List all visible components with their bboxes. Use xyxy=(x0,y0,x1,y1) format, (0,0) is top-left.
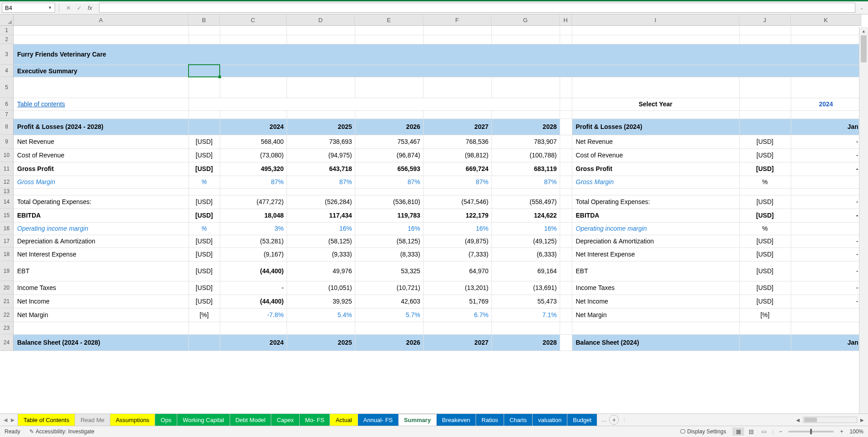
row-unit: % xyxy=(189,176,220,188)
tab-capex[interactable]: Capex xyxy=(271,414,300,426)
hscroll-right-icon[interactable]: ▶ xyxy=(858,418,866,423)
confirm-icon[interactable]: ✓ xyxy=(74,5,85,11)
view-page-break-button[interactable]: ▭ xyxy=(758,428,769,436)
row-header-14[interactable]: 14 xyxy=(0,195,13,209)
tab-mo--fs[interactable]: Mo- FS xyxy=(299,414,330,426)
select-year-value[interactable]: 2024 xyxy=(791,98,861,110)
tabs-ellipsis-icon[interactable]: … xyxy=(601,417,606,423)
row-val: 16% xyxy=(287,222,355,235)
zoom-level[interactable]: 100% xyxy=(849,428,863,435)
zoom-in-button[interactable]: + xyxy=(837,428,846,435)
column-header-C[interactable]: C xyxy=(220,14,287,25)
tab-working-capital[interactable]: Working Capital xyxy=(177,414,230,426)
row-header-18[interactable]: 18 xyxy=(0,247,13,261)
row-unit: % xyxy=(189,222,220,235)
row-val: 656,593 xyxy=(355,162,423,176)
column-header-I[interactable]: I xyxy=(572,14,739,25)
row-val: 3% xyxy=(220,222,287,235)
row-header-13[interactable]: 13 xyxy=(0,188,13,195)
zoom-out-button[interactable]: − xyxy=(776,428,785,435)
row-header-21[interactable]: 21 xyxy=(0,294,13,308)
row-header-9[interactable]: 9 xyxy=(0,135,13,148)
column-header-F[interactable]: F xyxy=(423,14,491,25)
row-header-15[interactable]: 15 xyxy=(0,209,13,222)
fx-icon[interactable]: fx xyxy=(85,5,95,11)
select-all-corner[interactable] xyxy=(0,14,14,26)
tab-next-icon[interactable]: ▶ xyxy=(11,417,14,423)
name-box[interactable]: B4 ▼ xyxy=(2,3,55,13)
row-header-2[interactable]: 2 xyxy=(0,35,13,44)
row-header-17[interactable]: 17 xyxy=(0,235,13,247)
row-header-20[interactable]: 20 xyxy=(0,281,13,294)
row-val: (73,080) xyxy=(220,148,287,162)
tab-summary[interactable]: Summary xyxy=(398,414,437,426)
row-label-right: Gross Margin xyxy=(572,176,739,188)
row-val: 16% xyxy=(491,222,560,235)
hscroll-left-icon[interactable]: ◀ xyxy=(794,418,802,423)
row-header-4[interactable]: 4 xyxy=(0,65,13,77)
add-sheet-button[interactable]: + xyxy=(609,415,619,425)
row-val: 768,536 xyxy=(423,135,491,148)
name-box-dropdown-icon[interactable]: ▼ xyxy=(48,5,52,10)
row-header-8[interactable]: 8 xyxy=(0,119,13,135)
row-header-6[interactable]: 6 xyxy=(0,98,13,110)
tab-charts[interactable]: Charts xyxy=(504,414,533,426)
table-of-contents-link[interactable]: Table of contents xyxy=(14,98,189,110)
row-val-right: - xyxy=(791,281,861,294)
column-header-E[interactable]: E xyxy=(355,14,423,25)
column-header-B[interactable]: B xyxy=(189,14,220,25)
tab-assumptions[interactable]: Assumptions xyxy=(110,414,155,426)
cancel-icon[interactable]: ✕ xyxy=(63,5,74,11)
column-header-D[interactable]: D xyxy=(287,14,355,25)
row-val: (526,284) xyxy=(287,195,355,209)
tab-prev-icon[interactable]: ◀ xyxy=(4,417,7,423)
column-header-K[interactable]: K xyxy=(791,14,861,25)
tab-annual--fs[interactable]: Annual- FS xyxy=(358,414,399,426)
row-header-7[interactable]: 7 xyxy=(0,110,13,119)
row-header-22[interactable]: 22 xyxy=(0,308,13,322)
row-header-24[interactable]: 24 xyxy=(0,334,13,351)
column-header-A[interactable]: A xyxy=(14,14,189,25)
row-val-right: - xyxy=(791,195,861,209)
tab-valuation[interactable]: valuation xyxy=(532,414,567,426)
view-page-layout-button[interactable]: ▤ xyxy=(745,428,757,436)
scroll-up-icon[interactable]: ▲ xyxy=(859,27,868,35)
scroll-thumb[interactable] xyxy=(861,35,867,62)
row-header-19[interactable]: 19 xyxy=(0,261,13,281)
row-val: 117,434 xyxy=(287,209,355,222)
row-header-3[interactable]: 3 xyxy=(0,44,13,65)
tab-table-of-contents[interactable]: Table of Contents xyxy=(18,414,75,426)
tab-ops[interactable]: Ops xyxy=(155,414,177,426)
view-normal-button[interactable]: ▦ xyxy=(732,428,744,436)
accessibility-status[interactable]: ✎ Accessibility: Investigate xyxy=(29,428,94,435)
zoom-slider[interactable] xyxy=(788,431,834,432)
display-settings-button[interactable]: 🖵 Display Settings xyxy=(680,428,726,435)
tab-debt-model[interactable]: Debt Model xyxy=(230,414,271,426)
row-header-5[interactable]: 5 xyxy=(0,77,13,98)
row-header-11[interactable]: 11 xyxy=(0,162,13,176)
tab-actual[interactable]: Actual xyxy=(330,414,358,426)
column-header-G[interactable]: G xyxy=(491,14,560,25)
row-header-12[interactable]: 12 xyxy=(0,176,13,188)
row-header-23[interactable]: 23 xyxy=(0,322,13,334)
grid-body[interactable]: Furry Friends Veterinary CareExecutive S… xyxy=(14,26,868,351)
column-header-J[interactable]: J xyxy=(739,14,791,25)
row-val: 87% xyxy=(423,176,491,188)
row-header-10[interactable]: 10 xyxy=(0,148,13,162)
vertical-scrollbar[interactable]: ▲ ▼ xyxy=(859,27,868,422)
row-unit-right: [USD] xyxy=(739,135,791,148)
row-header-1[interactable]: 1 xyxy=(0,26,13,35)
row-unit: [USD] xyxy=(189,247,220,261)
tab-budget[interactable]: Budget xyxy=(567,414,597,426)
row-val: 87% xyxy=(491,176,560,188)
tab-breakeven[interactable]: Breakeven xyxy=(436,414,476,426)
hscroll-track[interactable] xyxy=(803,417,857,423)
row-header-16[interactable]: 16 xyxy=(0,222,13,235)
formula-input[interactable] xyxy=(99,3,855,13)
formula-expand-icon[interactable]: ⌄ xyxy=(857,5,866,10)
column-header-H[interactable]: H xyxy=(560,14,572,25)
tab-read-me[interactable]: Read Me xyxy=(75,414,110,426)
tab-ratios[interactable]: Ratios xyxy=(476,414,504,426)
horizontal-scrollbar[interactable]: ◀ ▶ xyxy=(631,414,868,426)
hscroll-thumb[interactable] xyxy=(804,418,817,422)
